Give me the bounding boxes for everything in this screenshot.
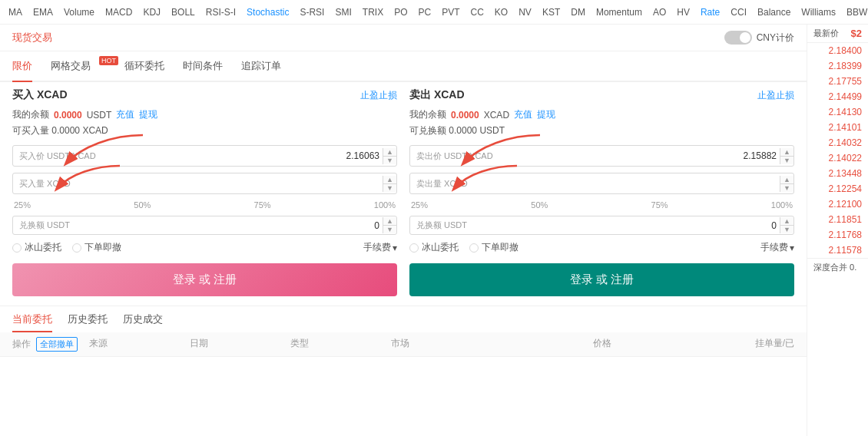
- sell-exchange-spinners[interactable]: ▲ ▼: [780, 217, 793, 233]
- sell-qty-input[interactable]: [474, 173, 780, 193]
- sell-pct-25[interactable]: 25%: [411, 200, 428, 210]
- bottom-tab-history[interactable]: 历史委托: [68, 312, 108, 332]
- price-item-2[interactable]: 2.17755: [807, 74, 868, 89]
- sell-exch-down[interactable]: ▼: [780, 226, 793, 233]
- bottom-tab-current[interactable]: 当前委托: [12, 312, 52, 332]
- buy-price-spinners[interactable]: ▲ ▼: [383, 148, 396, 164]
- sell-login-button[interactable]: 登录 或 注册: [409, 263, 794, 296]
- sell-qty-up[interactable]: ▲: [780, 176, 793, 184]
- price-item-6[interactable]: 2.14032: [807, 135, 868, 150]
- buy-withdraw-link[interactable]: 提现: [139, 108, 157, 121]
- price-item-10[interactable]: 2.12100: [807, 197, 868, 212]
- buy-immediate-radio[interactable]: [72, 243, 81, 253]
- sell-immediate[interactable]: 下单即撤: [469, 241, 518, 254]
- bottom-tab-trades[interactable]: 历史成交: [123, 312, 163, 332]
- sell-qty-down[interactable]: ▼: [780, 184, 793, 192]
- trading-panel: 现货交易 CNY计价 限价 网格交易 HOT 循环委托 时间条件: [0, 25, 807, 436]
- buy-qty-down[interactable]: ▼: [383, 184, 396, 192]
- indicator-s-rsi[interactable]: S-RSI: [297, 5, 326, 19]
- cny-toggle-switch[interactable]: [724, 31, 752, 45]
- buy-pct-100[interactable]: 100%: [374, 200, 396, 210]
- tab-time[interactable]: 时间条件: [183, 51, 223, 82]
- buy-pct-25[interactable]: 25%: [14, 200, 31, 210]
- price-item-3[interactable]: 2.14499: [807, 89, 868, 104]
- buy-pct-50[interactable]: 50%: [134, 200, 151, 210]
- cancel-all-button[interactable]: 全部撤单: [36, 337, 78, 352]
- indicator-cci[interactable]: CCI: [728, 5, 749, 19]
- buy-qty-up[interactable]: ▲: [383, 176, 396, 184]
- price-item-12[interactable]: 2.11768: [807, 227, 868, 243]
- price-item-7[interactable]: 2.14022: [807, 150, 868, 166]
- price-item-5[interactable]: 2.14101: [807, 120, 868, 135]
- indicator-kst[interactable]: KST: [540, 5, 562, 19]
- sell-charge-link[interactable]: 充值: [514, 108, 532, 121]
- buy-login-button[interactable]: 登录 或 注册: [12, 263, 397, 296]
- latest-price-row: 最新价 $2: [807, 25, 868, 43]
- buy-exchange-spinners[interactable]: ▲ ▼: [383, 217, 396, 233]
- buy-pct-75[interactable]: 75%: [254, 200, 271, 210]
- sell-iceberg[interactable]: 冰山委托: [409, 241, 459, 254]
- buy-qty-spinners[interactable]: ▲ ▼: [383, 176, 396, 192]
- sell-pct-75[interactable]: 75%: [651, 200, 668, 210]
- tab-grid[interactable]: 网格交易 HOT: [51, 51, 106, 82]
- sell-price-spinners[interactable]: ▲ ▼: [780, 148, 793, 164]
- sell-stop-loss[interactable]: 止盈止损: [757, 89, 794, 102]
- buy-fee-link[interactable]: 手续费 ▾: [363, 241, 397, 254]
- buy-immediate[interactable]: 下单即撤: [72, 241, 121, 254]
- sell-price-up[interactable]: ▲: [780, 148, 793, 157]
- buy-stop-loss[interactable]: 止盈止损: [360, 89, 397, 102]
- tab-cycle[interactable]: 循环委托: [124, 51, 164, 82]
- sell-qty-spinners[interactable]: ▲ ▼: [780, 176, 793, 192]
- indicator-trix[interactable]: TRIX: [360, 5, 386, 19]
- buy-price-up[interactable]: ▲: [383, 148, 396, 157]
- indicator-smi[interactable]: SMI: [333, 5, 353, 19]
- indicator-williams[interactable]: Williams: [799, 5, 838, 19]
- cny-toggle[interactable]: CNY计价: [724, 31, 794, 45]
- buy-price-down[interactable]: ▼: [383, 157, 396, 164]
- price-item-11[interactable]: 2.11851: [807, 212, 868, 227]
- sell-immediate-radio[interactable]: [469, 243, 479, 253]
- indicator-boll[interactable]: BOLL: [169, 5, 197, 19]
- indicator-ao[interactable]: AO: [651, 5, 668, 19]
- indicator-volume[interactable]: Volume: [61, 5, 97, 19]
- price-item-9[interactable]: 2.12254: [807, 181, 868, 197]
- indicator-cc[interactable]: CC: [469, 5, 486, 19]
- sell-pct-50[interactable]: 50%: [531, 200, 548, 210]
- indicator-bbw[interactable]: BBW: [844, 5, 868, 19]
- buy-charge-link[interactable]: 充值: [116, 108, 134, 121]
- buy-qty-input[interactable]: [77, 173, 383, 193]
- indicator-stochastic[interactable]: Stochastic: [244, 5, 291, 19]
- indicator-ko[interactable]: KO: [492, 5, 510, 19]
- sell-withdraw-link[interactable]: 提现: [537, 108, 555, 121]
- indicator-pc[interactable]: PC: [416, 5, 434, 19]
- indicator-ma[interactable]: MA: [6, 5, 25, 19]
- indicator-momentum[interactable]: Momentum: [594, 5, 644, 19]
- indicator-rate[interactable]: Rate: [698, 5, 722, 19]
- buy-iceberg[interactable]: 冰山委托: [12, 241, 61, 254]
- price-item-8[interactable]: 2.13448: [807, 166, 868, 181]
- buy-iceberg-radio[interactable]: [12, 243, 22, 253]
- price-item-0[interactable]: 2.18400: [807, 43, 868, 58]
- indicator-nv[interactable]: NV: [516, 5, 534, 19]
- indicator-ema[interactable]: EMA: [31, 5, 55, 19]
- price-item-4[interactable]: 2.14130: [807, 104, 868, 120]
- price-item-1[interactable]: 2.18399: [807, 58, 868, 74]
- indicator-dm[interactable]: DM: [568, 5, 588, 19]
- sell-iceberg-radio[interactable]: [409, 243, 419, 253]
- sell-fee-link[interactable]: 手续费 ▾: [760, 241, 794, 254]
- indicator-kdj[interactable]: KDJ: [141, 5, 163, 19]
- price-item-13[interactable]: 2.11578: [807, 243, 868, 258]
- sell-pct-100[interactable]: 100%: [771, 200, 793, 210]
- tab-track[interactable]: 追踪订单: [241, 51, 281, 82]
- indicator-po[interactable]: PO: [392, 5, 409, 19]
- indicator-pvt[interactable]: PVT: [439, 5, 462, 19]
- sell-price-down[interactable]: ▼: [780, 157, 793, 164]
- indicator-rsi-s-i[interactable]: RSI-S-I: [204, 5, 238, 19]
- tab-limit[interactable]: 限价: [12, 51, 32, 82]
- indicator-macd[interactable]: MACD: [103, 5, 134, 19]
- indicator-balance[interactable]: Balance: [755, 5, 793, 19]
- sell-exch-up[interactable]: ▲: [780, 217, 793, 226]
- buy-exch-down[interactable]: ▼: [383, 226, 396, 233]
- buy-exch-up[interactable]: ▲: [383, 217, 396, 226]
- indicator-hv[interactable]: HV: [674, 5, 692, 19]
